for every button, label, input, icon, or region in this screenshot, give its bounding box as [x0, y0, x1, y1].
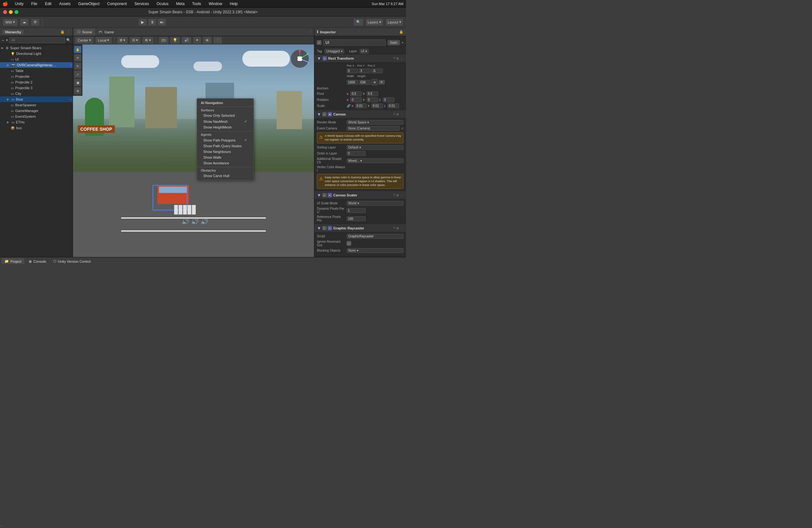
height-input[interactable]: [359, 80, 371, 85]
pivot-x-input[interactable]: [350, 91, 362, 96]
menu-edit[interactable]: Edit: [43, 1, 54, 7]
rot-x-input[interactable]: [350, 97, 362, 102]
local-dropdown[interactable]: Local ▾: [95, 37, 112, 44]
canvas-scaler-header[interactable]: ▼ ✓ ⊞ Canvas Scaler ? ⚙ ⋮: [314, 191, 406, 199]
rect-transform-settings-icon[interactable]: ⚙: [396, 57, 399, 60]
ui-scale-mode-dropdown[interactable]: World ▾: [347, 201, 404, 205]
layers-dropdown[interactable]: Layers ▾: [365, 18, 383, 26]
graphic-raycaster-header[interactable]: ▼ ✓ ⊞ Graphic Raycaster ? ⚙ ⋮: [314, 224, 406, 232]
tree-item-city[interactable]: ▭ City: [0, 91, 73, 97]
tree-item-projectile[interactable]: ▭ Projectile: [0, 74, 73, 79]
ctx-show-walls[interactable]: Show Walls: [197, 155, 253, 160]
layout-dropdown[interactable]: Layout ▾: [386, 18, 404, 26]
graphic-raycaster-checkbox[interactable]: ✓: [322, 226, 327, 230]
hierarchy-options-icon[interactable]: ▾: [6, 38, 8, 42]
transform-tool-btn[interactable]: ⊕: [74, 87, 82, 95]
event-camera-dropdown[interactable]: None (Camera): [347, 126, 400, 131]
play-button[interactable]: ▶: [138, 18, 147, 26]
hierarchy-search-input[interactable]: [9, 38, 65, 43]
hierarchy-add-icon[interactable]: +: [2, 38, 4, 42]
step-button[interactable]: ⏭: [157, 18, 166, 26]
width-input[interactable]: [347, 80, 358, 85]
tree-item-bear[interactable]: ▶ ▭ Bear ›: [0, 97, 73, 102]
pivot-y-input[interactable]: [367, 91, 378, 96]
menu-gameobject[interactable]: GameObject: [76, 1, 101, 7]
layer-dropdown[interactable]: UI ▾: [360, 49, 368, 54]
scale-y-input[interactable]: [372, 103, 383, 108]
render-mode-dropdown[interactable]: World Space ▾: [347, 120, 404, 125]
event-camera-target-icon[interactable]: ⊙: [401, 127, 404, 130]
anchor-icon[interactable]: ⊞: [372, 79, 378, 85]
ctx-show-navmesh[interactable]: Show NavMesh: [197, 118, 253, 124]
menu-tools[interactable]: Tools: [190, 1, 203, 7]
graphic-raycaster-help-icon[interactable]: ?: [393, 227, 395, 230]
scale-z-input[interactable]: [388, 103, 399, 108]
search-button[interactable]: 🔍: [353, 18, 363, 26]
project-tab[interactable]: 📁 Project: [1, 258, 25, 264]
menu-help[interactable]: Help: [228, 1, 240, 7]
graphic-raycaster-menu-icon[interactable]: ⋮: [400, 227, 404, 230]
menu-file[interactable]: File: [29, 1, 39, 7]
hierarchy-menu-icon[interactable]: ⋮: [67, 30, 70, 34]
effect-btn[interactable]: ✦: [193, 37, 201, 44]
minimize-button[interactable]: [9, 10, 13, 14]
ctx-show-only-selected[interactable]: Show Only Selected: [197, 113, 253, 118]
tree-item-ui[interactable]: ▭ UI: [0, 56, 73, 62]
additional-shader-dropdown[interactable]: Mixed... ▾: [347, 158, 404, 163]
rect-transform-help-icon[interactable]: ?: [393, 57, 395, 60]
move-tool-btn[interactable]: ✛: [74, 54, 82, 61]
canvas-scaler-checkbox[interactable]: ✓: [322, 193, 327, 197]
canvas-menu-icon[interactable]: ⋮: [400, 113, 404, 116]
tag-dropdown[interactable]: Untagged ▾: [324, 49, 344, 54]
pause-button[interactable]: ⏸: [148, 18, 157, 26]
ctx-show-neighbours[interactable]: Show Neighbours: [197, 149, 253, 155]
hand-tool-btn[interactable]: ✋: [74, 46, 82, 53]
tree-item-bearspawner[interactable]: ▭ BearSpawner: [0, 102, 73, 108]
reference-pixels-input[interactable]: [347, 216, 366, 221]
scene-tab[interactable]: ⬡ Scene: [74, 29, 95, 35]
menu-window[interactable]: Window: [207, 1, 224, 7]
pos-x-input[interactable]: [347, 69, 358, 73]
hierarchy-filter-icon[interactable]: 🔍: [66, 38, 71, 42]
menu-component[interactable]: Component: [105, 1, 129, 7]
reset-button[interactable]: R: [379, 80, 385, 84]
menu-assets[interactable]: Assets: [57, 1, 72, 7]
hierarchy-item-menu-icon[interactable]: ⋮: [69, 46, 71, 49]
tree-item-eventsystem[interactable]: ▭ EventSystem: [0, 114, 73, 119]
ignore-reversed-checkbox[interactable]: ✓: [347, 241, 351, 246]
snap-btn[interactable]: ⊞ ▾: [142, 37, 154, 44]
rect-transform-header[interactable]: ▼ ⊞ Rect Transform ? ⚙ ⋮: [314, 55, 406, 62]
ctx-show-heightmesh[interactable]: Show HeightMesh: [197, 124, 253, 130]
canvas-scaler-menu-icon[interactable]: ⋮: [400, 194, 404, 197]
light-btn[interactable]: 💡: [170, 37, 180, 44]
canvas-help-icon[interactable]: ?: [393, 113, 395, 116]
pos-z-input[interactable]: [372, 69, 383, 73]
inspector-lock-icon[interactable]: 🔒: [399, 30, 404, 34]
game-tab[interactable]: 🎮 Game: [95, 29, 117, 35]
canvas-scaler-settings-icon[interactable]: ⚙: [396, 194, 399, 197]
maximize-button[interactable]: [15, 10, 18, 14]
2d-btn[interactable]: 2D: [159, 37, 169, 44]
navigation-gizmo[interactable]: [289, 47, 311, 70]
graphic-raycaster-settings-icon[interactable]: ⚙: [396, 227, 399, 230]
canvas-header[interactable]: ▼ ✓ ▣ Canvas ? ⚙ ⋮: [314, 111, 406, 118]
tree-item-bus[interactable]: 📦 bus: [0, 125, 73, 131]
static-dropdown-icon[interactable]: ▾: [402, 41, 404, 44]
tree-item-eths[interactable]: ▶ ▭ ETHs: [0, 119, 73, 125]
hidden-btn[interactable]: 👁: [203, 37, 212, 44]
tree-item-ovr-camera[interactable]: ▶ 📷 OVRCameraRigInterac... ›: [0, 62, 73, 68]
tree-item-super-smash-bears[interactable]: ▶ ⚙ Super Smash Bears ⋮: [0, 45, 73, 51]
ctx-show-avoidance[interactable]: Show Avoidance: [197, 160, 253, 166]
menu-services[interactable]: Services: [133, 1, 151, 7]
scale-link-icon[interactable]: 🔗: [347, 104, 350, 108]
menu-oculus[interactable]: Oculus: [155, 1, 170, 7]
scene-options-btn[interactable]: ⋮: [213, 37, 222, 44]
scene-view[interactable]: COFFEE SHOP: [73, 44, 314, 257]
scale-x-input[interactable]: [355, 103, 367, 108]
hierarchy-lock-icon[interactable]: 🔒: [60, 30, 65, 34]
tree-item-table[interactable]: ▭ Table: [0, 68, 73, 74]
grid-btn[interactable]: ⊞ ▾: [117, 37, 128, 44]
ctx-show-path-polygons[interactable]: Show Path Polygons: [197, 137, 253, 143]
menu-meta[interactable]: Meta: [174, 1, 187, 7]
dynamic-pixels-input[interactable]: [347, 208, 366, 213]
